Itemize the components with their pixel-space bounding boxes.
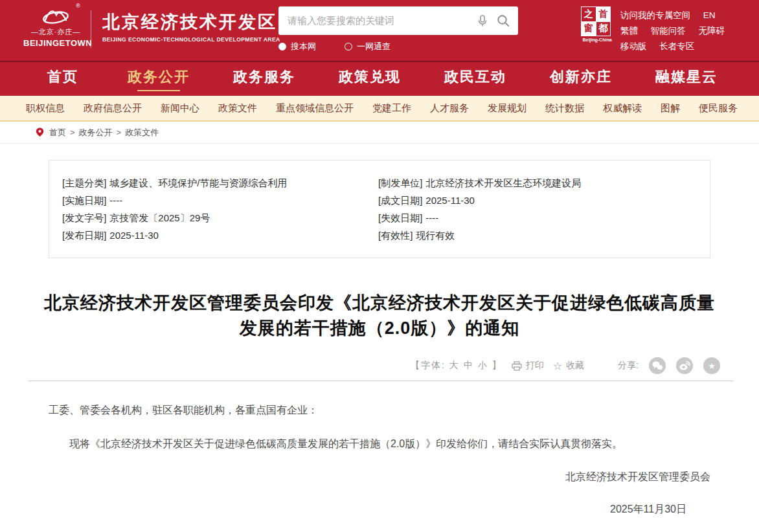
portal-char: 之	[582, 7, 596, 21]
qzone-share-icon[interactable]: ★	[703, 357, 720, 374]
link-mobile[interactable]: 移动版	[620, 41, 647, 51]
font-size-control: 【字体: 大 中 小 】	[411, 360, 503, 371]
brand-logo-title: —北京·亦庄—	[23, 27, 88, 37]
breadcrumb-separator: >	[117, 127, 122, 137]
article-toolbar: 【字体: 大 中 小 】 打印 ☆ 收藏 分享: ★	[0, 357, 759, 374]
font-size-small[interactable]: 小	[478, 360, 488, 371]
registered-mark: ®	[76, 3, 80, 9]
link-english[interactable]: EN	[703, 10, 716, 20]
link-senior-zone[interactable]: 长者专区	[659, 41, 694, 51]
meta-row-issuing-unit: [制发单位]北京经济技术开发区生态环境建设局	[378, 174, 710, 192]
page-title: 北京经济技术开发区管理委员会印发《北京经济技术开发区关于促进绿色低碳高质量发展的…	[36, 291, 723, 341]
meta-row-implement-date: [实施日期]----	[62, 192, 378, 209]
nav-item-policy-fulfillment[interactable]: 政策兑现	[339, 62, 401, 96]
font-label: 【字体:	[411, 360, 446, 371]
search-box	[278, 6, 518, 35]
portal-char: 都	[596, 22, 611, 36]
subnav-item[interactable]: 党建工作	[372, 102, 411, 115]
nav-label: 政务服务	[233, 67, 295, 87]
subnav-item[interactable]: 政府信息公开	[84, 102, 142, 115]
nav-item-gov-disclosure[interactable]: 政务公开	[128, 62, 190, 96]
portal-caption: Beijing-China	[581, 38, 613, 42]
weibo-share-icon[interactable]	[676, 357, 693, 374]
body-paragraph: 现将《北京经济技术开发区关于促进绿色低碳高质量发展的若干措施（2.0版）》印发给…	[49, 438, 720, 451]
subnav-item[interactable]: 新闻中心	[161, 102, 199, 115]
main-nav: 首页 政务公开 政务服务 政策兑现 政民互动 创新亦庄 融媒星云	[0, 62, 759, 96]
brand-logo-subtitle: BEIJINGETOWN	[23, 38, 88, 48]
meta-row-validity: [有效性]现行有效	[378, 227, 710, 244]
subnav-item[interactable]: 权威解读	[603, 102, 642, 115]
print-button[interactable]: 打印	[512, 360, 544, 371]
nav-label: 政民互动	[444, 67, 506, 87]
favorite-button[interactable]: ☆ 收藏	[553, 360, 584, 372]
nav-item-innovation[interactable]: 创新亦庄	[550, 62, 612, 96]
search-area: 搜本网 一网通查	[278, 6, 518, 52]
breadcrumb-policy-docs[interactable]: 政策文件	[125, 127, 159, 139]
quick-links: 访问我的专属空间 EN 繁體 智能问答 无障碍 移动版 长者专区	[620, 8, 735, 54]
meta-row-publish-date: [发布日期]2025-11-30	[62, 227, 378, 244]
font-size-medium[interactable]: 中	[464, 360, 474, 371]
portal-char: 首	[596, 7, 611, 21]
subnav-item[interactable]: 便民服务	[699, 102, 738, 115]
radio-checked-icon	[278, 43, 286, 50]
meta-row-written-date: [成文日期]2025-11-30	[378, 192, 710, 209]
nav-item-gov-services[interactable]: 政务服务	[233, 62, 295, 96]
font-size-large[interactable]: 大	[449, 360, 460, 371]
nav-label: 政策兑现	[339, 67, 401, 87]
breadcrumb-gov-disclosure[interactable]: 政务公开	[79, 127, 113, 139]
capital-window-logo[interactable]: 之 首 窗 都 Beijing-China	[581, 6, 613, 42]
nav-label: 融媒星云	[655, 67, 718, 87]
meta-row-doc-number: [发文字号]京技管发〔2025〕29号	[62, 209, 378, 227]
portal-char: 窗	[582, 22, 596, 36]
wechat-share-icon[interactable]	[649, 357, 666, 374]
scope-option-site[interactable]: 搜本网	[278, 41, 316, 52]
print-label: 打印	[526, 360, 544, 371]
content-divider	[28, 381, 733, 381]
site-name-block[interactable]: 北京经济技术开发区 BEIJING ECONOMIC-TECHNOLOGICAL…	[102, 10, 280, 43]
radio-unchecked-icon	[345, 43, 352, 50]
sub-nav: 职权信息 政府信息公开 新闻中心 政策文件 重点领域信息公开 党建工作 人才服务…	[0, 96, 759, 122]
meta-row-topic: [主题分类]城乡建设、环境保护/节能与资源综合利用	[62, 174, 378, 192]
subnav-item[interactable]: 职权信息	[26, 102, 65, 115]
subnav-item[interactable]: 重点领域信息公开	[276, 102, 354, 115]
nav-item-media[interactable]: 融媒星云	[655, 62, 718, 96]
scope-option-label: 一网通查	[357, 41, 391, 52]
subnav-item[interactable]: 人才服务	[430, 102, 469, 115]
meta-row-expiry-date: [失效日期]----	[378, 209, 710, 227]
nav-item-interaction[interactable]: 政民互动	[444, 62, 506, 96]
search-scope: 搜本网 一网通查	[278, 41, 518, 52]
nav-label: 首页	[47, 67, 78, 87]
brand-swoosh-icon: ®	[38, 4, 74, 28]
site-name-english: BEIJING ECONOMIC-TECHNOLOGICAL DEVELOPME…	[102, 36, 280, 43]
breadcrumb: 首页 > 政务公开 > 政策文件	[0, 122, 759, 144]
scope-option-network[interactable]: 一网通查	[345, 41, 391, 52]
portal-seal-icon: 之 首 窗 都	[581, 6, 611, 36]
subnav-item[interactable]: 发展规划	[488, 102, 527, 115]
subnav-item[interactable]: 图解	[661, 102, 680, 115]
printer-icon	[512, 361, 522, 371]
scope-option-label: 搜本网	[291, 41, 316, 52]
search-icon[interactable]	[496, 14, 510, 28]
link-my-space[interactable]: 访问我的专属空间	[620, 10, 690, 20]
star-solid-icon: ★	[708, 362, 716, 370]
salutation-paragraph: 工委、管委会各机构，驻区各职能机构，各重点国有企业：	[49, 404, 720, 417]
article-body: 工委、管委会各机构，驻区各职能机构，各重点国有企业： 现将《北京经济技术开发区关…	[0, 404, 759, 532]
nav-label: 政务公开	[128, 67, 190, 87]
nav-item-home[interactable]: 首页	[41, 62, 84, 96]
link-accessibility[interactable]: 无障碍	[699, 26, 725, 36]
share-label: 分享:	[618, 360, 639, 371]
link-smart-qa[interactable]: 智能问答	[651, 26, 686, 36]
subnav-item[interactable]: 政策文件	[218, 102, 257, 115]
location-pin-icon	[36, 127, 44, 138]
signer-line: 北京经济技术开发区管理委员会	[0, 471, 759, 484]
site-logo[interactable]: ® —北京·亦庄— BEIJINGETOWN	[23, 4, 88, 48]
font-label: 】	[492, 360, 503, 371]
link-traditional[interactable]: 繁體	[620, 26, 638, 36]
site-name: 北京经济技术开发区	[102, 10, 280, 34]
star-outline-icon: ☆	[553, 360, 562, 372]
search-input[interactable]	[278, 6, 460, 34]
favorite-label: 收藏	[566, 360, 584, 371]
voice-search-icon[interactable]	[475, 14, 490, 28]
subnav-item[interactable]: 统计数据	[545, 102, 584, 115]
breadcrumb-home[interactable]: 首页	[49, 127, 66, 139]
